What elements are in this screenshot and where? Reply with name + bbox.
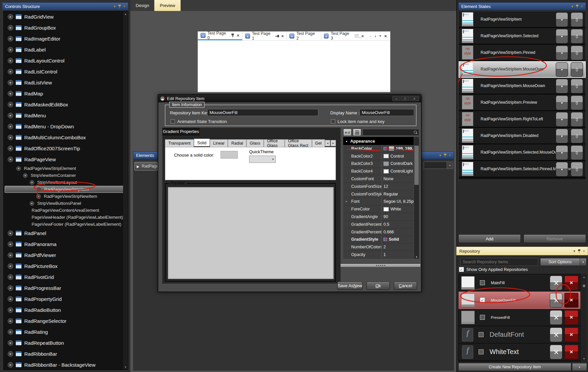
expander-icon[interactable]: ▸	[8, 285, 13, 291]
tree-item[interactable]: ▸RadPdfViewer	[4, 250, 128, 261]
scroll-left-icon[interactable]: ‹	[370, 34, 371, 39]
pin-icon[interactable]	[578, 249, 581, 253]
expander-icon[interactable]: ▸	[8, 14, 13, 20]
state-dropdown-icon[interactable]: ▾	[556, 62, 568, 77]
property-search-input[interactable]	[363, 129, 419, 136]
state-dropdown-icon[interactable]: ▾	[556, 145, 568, 160]
expander-icon[interactable]: ▾	[23, 173, 28, 178]
tab-preview[interactable]: Preview	[154, 0, 180, 11]
lock-item-checkbox[interactable]: Lock item name and key	[331, 119, 384, 124]
tab-scroll-right-icon[interactable]: ▸	[331, 140, 336, 146]
scroll-down-icon[interactable]: ▾	[581, 357, 587, 360]
tab-transparent[interactable]: Transparent	[165, 139, 194, 147]
dialog-titlebar[interactable]: Edit Repository Item – □ ×	[158, 95, 421, 102]
state-row[interactable]: nostyle RadPageViewStripItem.Pinned ▾()	[459, 45, 586, 61]
expander-icon[interactable]: ▾	[16, 166, 21, 171]
tree-item[interactable]: ▸RadListView	[4, 77, 128, 88]
tree-item[interactable]: PageViewHeader (RadPageViewLabelElement)	[4, 214, 128, 221]
checkbox-icon[interactable]	[331, 119, 335, 124]
scroll-up-icon[interactable]: ▴	[123, 12, 128, 16]
state-edit-icon[interactable]: ()	[571, 162, 583, 177]
state-edit-icon[interactable]: ()	[571, 12, 583, 27]
expander-icon[interactable]: ▸	[8, 252, 13, 258]
expander-icon[interactable]: ▸	[8, 241, 13, 247]
expander-icon[interactable]: ▸	[8, 113, 13, 118]
tree-item-radpageview[interactable]: ▾RadPageView	[4, 154, 128, 165]
close-icon[interactable]: ×	[123, 5, 125, 8]
delete-icon[interactable]: ×	[564, 276, 578, 290]
elements-combobox[interactable]: ▾	[424, 162, 453, 169]
splitter-handle[interactable]	[341, 264, 420, 267]
state-row-mouseover-selected[interactable]: RadPageViewStripItem.MouseOver ▾()	[459, 61, 586, 78]
expander-icon[interactable]: ▸	[8, 36, 13, 42]
state-dropdown-icon[interactable]: ▾	[556, 112, 568, 127]
maximize-icon[interactable]: □	[401, 96, 409, 101]
cancel-button[interactable]: Cancel	[394, 282, 417, 290]
tab-test-page-2[interactable]: ▴ Test Page 2	[287, 32, 321, 40]
save-as-new-button[interactable]: Save As New	[337, 282, 363, 290]
close-tab-icon[interactable]: ×	[362, 34, 364, 39]
delete-icon[interactable]: ×	[564, 345, 578, 359]
chevron-down-icon[interactable]: ▾	[447, 162, 453, 169]
tree-item[interactable]: ▸RadPivotGrid	[4, 272, 128, 283]
state-edit-icon[interactable]: ()	[571, 112, 583, 127]
repository-row[interactable]: ✓ MainFill ×	[459, 274, 580, 292]
state-edit-icon[interactable]: ()	[571, 62, 583, 77]
checkbox-icon[interactable]	[171, 119, 175, 124]
state-dropdown-icon[interactable]: ▾	[556, 162, 568, 177]
expander-icon[interactable]: ▸	[36, 194, 41, 199]
property-grid-scrollbar[interactable]: ▾	[414, 137, 419, 259]
property-row[interactable]: NumberOfColors 2	[343, 243, 414, 251]
scroll-thumb[interactable]	[414, 146, 419, 185]
pin-icon[interactable]	[444, 154, 447, 157]
close-icon[interactable]: ×	[449, 154, 451, 157]
expander-icon[interactable]: ▸	[8, 47, 13, 53]
animated-state-transition-checkbox[interactable]: Animated State Transition	[171, 119, 227, 124]
scroll-down-icon[interactable]: ▾	[414, 255, 419, 259]
state-dropdown-icon[interactable]: ▾	[556, 129, 568, 143]
property-row[interactable]: BackColor3 ControlDark	[343, 160, 414, 168]
tab-test-page-1[interactable]: ▴ Test Page 1 ×	[242, 32, 287, 40]
expander-icon[interactable]: ▸	[8, 263, 13, 269]
checkbox-icon[interactable]: ✓	[480, 280, 485, 285]
tree-item[interactable]: ▸RadListControl	[4, 66, 128, 77]
property-row[interactable]: BackColor 199, 199, 19	[343, 145, 414, 153]
scroll-right-icon[interactable]: ›	[375, 34, 376, 39]
ok-button[interactable]: Ok	[367, 282, 390, 290]
state-dropdown-icon[interactable]: ▾	[556, 12, 568, 27]
scroll-up-icon[interactable]: ▴	[581, 275, 587, 279]
chevron-down-icon[interactable]: ▾	[571, 5, 573, 8]
tree-item[interactable]: ▸RadLabel	[4, 44, 128, 55]
close-icon[interactable]: ×	[581, 5, 583, 8]
property-row[interactable]: BackColor2 Control	[343, 153, 414, 160]
tree-item[interactable]: ▾StripViewItemContainer	[4, 172, 128, 179]
tree-item[interactable]: ▸RadPanorama	[4, 239, 128, 250]
expander-icon[interactable]: ▸	[8, 307, 13, 313]
state-edit-icon[interactable]: ()	[571, 95, 583, 110]
tree-item[interactable]: ▸RadImageEditor	[4, 33, 128, 44]
tree-item[interactable]: ▸RadRadioButton	[4, 305, 128, 315]
state-row[interactable]: RadPageViewStripItem.MouseDown ▾()	[459, 78, 586, 94]
solid-color-swatch[interactable]	[220, 151, 238, 159]
close-tab-icon[interactable]: ×	[281, 34, 284, 39]
tree-item[interactable]: ▸RadMap	[4, 88, 128, 99]
tree-item[interactable]: ▸RadRibbonBar - BackstageView	[4, 359, 128, 370]
tree-item[interactable]: ▸RadOffice2007ScreenTip	[4, 143, 128, 154]
tab-test-page-3[interactable]: ▴ Test Page 3 ×	[321, 32, 367, 40]
property-row[interactable]: Opacity 1	[343, 251, 414, 259]
checkbox-icon[interactable]: ✓	[459, 267, 464, 272]
expander-icon[interactable]: ▸	[8, 274, 13, 280]
expander-icon[interactable]: ▸	[8, 340, 13, 346]
delete-icon[interactable]: ×	[564, 293, 578, 308]
tree-item[interactable]: ▸RadProgressBar	[4, 283, 128, 294]
tab-test-page-0[interactable]: ▴ Test Page 0 ×	[198, 32, 242, 40]
elements-tree-item[interactable]: ▸ RadPage	[134, 162, 158, 171]
state-row[interactable]: RadPageViewStripItem.Selected.MouseOver …	[459, 144, 586, 161]
expander-icon[interactable]: ▸	[8, 124, 13, 129]
tab-design[interactable]: Design	[130, 0, 154, 11]
repository-row-mouseoverfill-selected[interactable]: ✓ MouseOverFill ×	[459, 292, 580, 309]
state-row[interactable]: RadPageViewStripItem.Disabled ▾()	[459, 128, 586, 144]
sort-alphabetical-icon[interactable]: A↓Z	[343, 129, 352, 136]
expander-icon[interactable]: ▾	[8, 157, 13, 162]
repository-row[interactable]: f ✓ WhiteText ×	[459, 343, 580, 361]
